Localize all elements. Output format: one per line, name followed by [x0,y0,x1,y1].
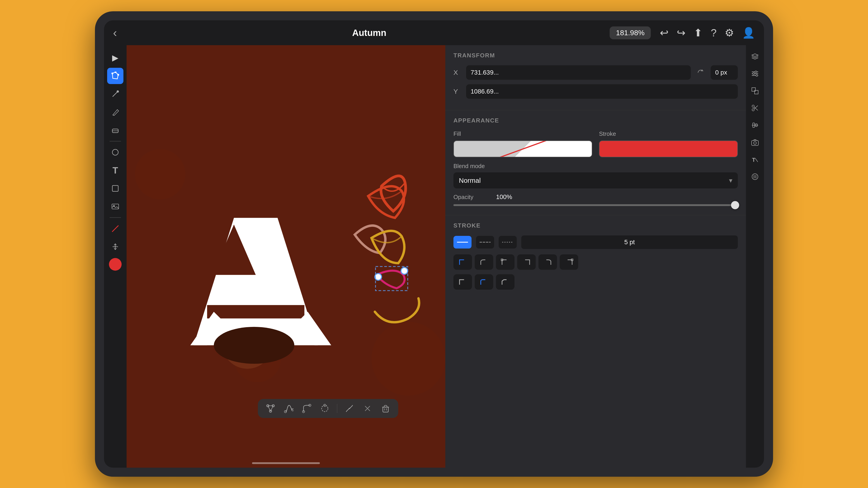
stroke-dotted-btn[interactable] [499,236,517,249]
delete-tool[interactable] [380,402,392,414]
right-section: TRANSFORM X Y [445,45,764,468]
opacity-slider-thumb[interactable] [731,201,739,209]
svg-point-3 [117,90,119,93]
stroke-cap-row-1 [454,254,738,270]
text-tool[interactable]: T [107,162,123,178]
layers-icon[interactable] [748,50,762,63]
share-button[interactable]: ⬆ [694,27,703,39]
appearance-section: APPEARANCE Fill Stroke [445,110,746,215]
rotation-icon [695,67,706,78]
stroke-section: STROKE [445,215,746,301]
redo-button[interactable]: ↪ [677,27,686,39]
svg-point-2 [117,74,119,76]
x-transform-row: X [454,65,738,80]
settings-button[interactable]: ⚙ [725,27,734,39]
blend-mode-select[interactable]: Normal ▾ [454,172,738,188]
break-tool[interactable] [344,402,355,414]
join-miter[interactable] [454,274,472,290]
transform-icon[interactable] [748,84,762,98]
svg-rect-28 [383,407,388,412]
rotation-input[interactable] [711,65,738,80]
pencil-tool[interactable] [107,104,123,120]
fill-swatch[interactable] [454,140,592,157]
properties-icon[interactable] [748,67,762,80]
opacity-slider-container[interactable] [454,204,738,206]
stroke-title: STROKE [454,222,738,229]
svg-point-38 [755,71,757,73]
cap-square-end[interactable] [560,254,578,270]
cap-square-start[interactable] [496,254,515,270]
cap-butt-start[interactable] [454,254,472,270]
profile-button[interactable]: 👤 [742,27,755,39]
cap-round-start[interactable] [475,254,493,270]
blend-mode-value: Normal [459,177,481,184]
crop-tool[interactable] [107,180,123,197]
right-panel: TRANSFORM X Y [445,45,746,468]
stroke-label: Stroke [599,130,738,137]
join-round[interactable] [475,274,493,290]
scissors-icon[interactable] [748,101,762,115]
eraser-tool[interactable] [107,122,123,138]
camera-icon[interactable] [748,135,762,149]
main-area: ▶ [104,45,764,468]
join-bevel[interactable] [496,274,515,290]
undo-button[interactable]: ↩ [660,27,669,39]
toolbar-divider [337,404,337,413]
appearance-title: APPEARANCE [454,117,738,124]
svg-point-0 [112,72,113,74]
x-input[interactable] [466,65,691,80]
svg-rect-41 [752,88,755,91]
fill-label: Fill [454,130,592,137]
canvas-area[interactable] [127,45,445,468]
stroke-solid-btn[interactable] [454,236,471,249]
top-bar: ‹ Autumn 181.98% ↩ ↪ ⬆ ? ⚙ 👤 [104,20,764,45]
stroke-cap-row-2 [454,274,738,290]
cap-round-end[interactable] [538,254,557,270]
stroke-width-input[interactable] [521,235,738,249]
pen-tool[interactable] [107,86,123,102]
shape-tool[interactable] [107,144,123,160]
blend-mode-wrap: Blend mode Normal ▾ [454,163,738,188]
fill-stroke-row: Fill Stroke [454,130,738,157]
node-tool[interactable] [107,68,123,84]
right-icon-rail: T [746,45,764,468]
align-icon[interactable] [748,119,762,132]
arrange-tool[interactable] [107,238,123,255]
select-tool[interactable]: ▶ [107,50,123,66]
svg-point-10 [371,322,445,396]
corner-tool[interactable] [301,402,313,414]
back-button[interactable]: ‹ [113,26,129,39]
left-toolbar: ▶ [104,45,127,468]
image-tool[interactable] [107,198,123,215]
transform-section: TRANSFORM X Y [445,45,746,110]
typography-icon[interactable]: T [748,153,762,166]
deselect-tool[interactable] [362,402,373,414]
svg-rect-48 [752,140,758,145]
zoom-level[interactable]: 181.98% [610,26,651,39]
line-tool[interactable] [107,221,123,237]
y-input[interactable] [466,84,738,99]
top-bar-actions: ↩ ↪ ⬆ ? ⚙ 👤 [660,27,755,39]
more-settings-icon[interactable] [748,170,762,184]
opacity-slider-track [454,204,738,206]
svg-point-15 [401,267,408,274]
stroke-dashed-btn[interactable] [476,236,494,249]
circle-tool[interactable] [319,402,331,414]
record-button[interactable] [109,258,122,271]
smooth-tool[interactable] [283,402,294,414]
opacity-value: 100% [490,193,512,201]
opacity-row: Opacity 100% [454,193,738,201]
home-indicator [252,462,320,464]
svg-point-13 [214,327,294,364]
selection-toolbar [258,399,398,418]
svg-point-40 [756,74,758,76]
svg-point-9 [135,149,185,199]
node-edit-tool[interactable] [265,402,276,414]
cap-butt-end[interactable] [517,254,536,270]
help-button[interactable]: ? [711,27,717,39]
x-label: X [454,69,462,76]
svg-rect-42 [754,90,758,94]
document-title: Autumn [133,28,605,38]
stroke-swatch[interactable] [599,140,738,157]
svg-point-51 [752,174,758,180]
